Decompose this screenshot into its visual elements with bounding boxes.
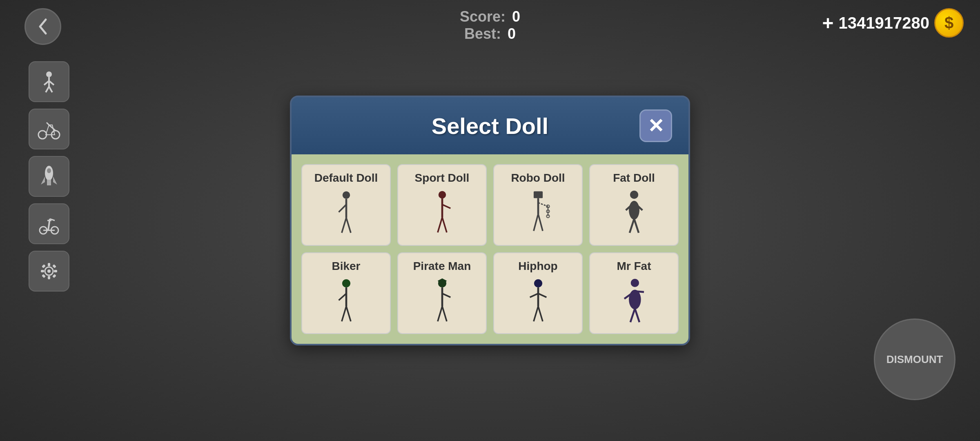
doll-name-biker: Biker <box>332 260 360 273</box>
svg-point-74 <box>630 279 639 287</box>
doll-card-hiphop[interactable]: Hiphop <box>493 252 583 334</box>
svg-line-41 <box>442 217 447 232</box>
doll-name-mrfat: Mr Fat <box>617 260 651 273</box>
doll-figure-default <box>309 189 383 238</box>
svg-line-49 <box>533 214 538 231</box>
doll-name-fat: Fat Doll <box>613 172 655 185</box>
doll-card-fat[interactable]: Fat Doll <box>589 164 679 246</box>
svg-line-73 <box>538 306 543 321</box>
doll-name-hiphop: Hiphop <box>518 260 557 273</box>
svg-line-65 <box>442 294 450 297</box>
modal-overlay: Select Doll ✕ Default Doll <box>0 0 980 441</box>
svg-line-35 <box>341 218 346 233</box>
svg-line-55 <box>629 219 634 233</box>
doll-card-biker[interactable]: Biker <box>301 252 391 334</box>
svg-line-40 <box>437 217 442 232</box>
close-modal-button[interactable]: ✕ <box>639 109 672 142</box>
doll-figure-biker <box>309 278 383 327</box>
svg-line-39 <box>442 205 450 208</box>
doll-figure-hiphop <box>501 278 575 327</box>
svg-line-50 <box>538 214 543 231</box>
svg-line-70 <box>530 294 538 297</box>
svg-rect-42 <box>533 192 542 198</box>
doll-name-sport: Sport Doll <box>415 172 470 185</box>
svg-line-72 <box>533 306 538 321</box>
svg-line-59 <box>339 294 346 301</box>
doll-card-pirate[interactable]: Pirate Man <box>397 252 487 334</box>
doll-card-mrfat[interactable]: Mr Fat <box>589 252 679 334</box>
svg-line-66 <box>437 306 442 321</box>
doll-figure-pirate <box>405 278 479 327</box>
doll-name-robo: Robo Doll <box>511 172 565 185</box>
svg-line-60 <box>341 306 346 321</box>
svg-point-51 <box>630 191 638 199</box>
doll-name-default: Default Doll <box>314 172 378 185</box>
doll-name-pirate: Pirate Man <box>413 260 471 273</box>
svg-line-71 <box>538 294 546 297</box>
svg-line-79 <box>635 309 639 322</box>
modal-title: Select Doll <box>341 113 639 139</box>
svg-line-34 <box>339 205 346 212</box>
svg-line-78 <box>630 309 635 322</box>
select-doll-modal: Select Doll ✕ Default Doll <box>290 96 690 345</box>
svg-line-56 <box>634 219 639 233</box>
doll-card-default[interactable]: Default Doll <box>301 164 391 246</box>
svg-point-32 <box>342 192 350 199</box>
modal-header: Select Doll ✕ <box>292 97 688 154</box>
svg-line-77 <box>635 291 644 292</box>
doll-figure-sport <box>405 189 479 238</box>
svg-point-68 <box>534 279 542 287</box>
doll-figure-fat <box>597 189 671 238</box>
doll-card-robo[interactable]: Robo Doll <box>493 164 583 246</box>
svg-line-61 <box>346 306 351 321</box>
doll-figure-mrfat <box>597 278 671 327</box>
doll-card-sport[interactable]: Sport Doll <box>397 164 487 246</box>
modal-body: Default Doll Sport Doll <box>292 154 688 344</box>
svg-point-75 <box>629 290 641 310</box>
doll-figure-robo <box>501 189 575 238</box>
svg-line-36 <box>346 218 351 233</box>
svg-line-67 <box>442 306 447 321</box>
svg-point-57 <box>342 279 350 287</box>
svg-point-37 <box>438 191 445 198</box>
